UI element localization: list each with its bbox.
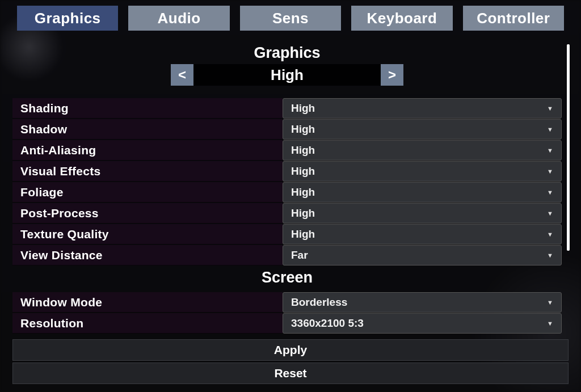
select-anti-aliasing[interactable]: High ▼: [283, 140, 562, 161]
row-shadow: Shadow High ▼: [12, 119, 562, 140]
row-shading: Shading High ▼: [12, 98, 562, 119]
reset-button[interactable]: Reset: [12, 363, 569, 384]
chevron-down-icon: ▼: [547, 252, 553, 259]
chevron-down-icon: ▼: [547, 320, 553, 327]
select-resolution[interactable]: 3360x2100 5:3 ▼: [283, 313, 562, 334]
preset-value: High: [193, 64, 381, 86]
label-visual-effects: Visual Effects: [12, 161, 283, 182]
select-shading-value: High: [291, 102, 315, 115]
select-post-process-value: High: [291, 207, 315, 220]
label-foliage: Foliage: [12, 182, 283, 203]
label-anti-aliasing: Anti-Aliasing: [12, 140, 283, 161]
select-texture-quality[interactable]: High ▼: [283, 224, 562, 245]
settings-tabs: Graphics Audio Sens Keyboard Controller: [0, 0, 581, 31]
graphics-preset-stepper: < High >: [12, 64, 562, 86]
tab-audio[interactable]: Audio: [128, 6, 229, 31]
chevron-down-icon: ▼: [547, 126, 553, 133]
select-texture-quality-value: High: [291, 228, 315, 241]
row-view-distance: View Distance Far ▼: [12, 245, 562, 265]
graphics-rows: Shading High ▼ Shadow High ▼ Anti-Aliasi…: [12, 98, 562, 265]
chevron-down-icon: ▼: [547, 168, 553, 175]
row-texture-quality: Texture Quality High ▼: [12, 224, 562, 245]
select-visual-effects[interactable]: High ▼: [283, 161, 562, 182]
label-post-process: Post-Process: [12, 203, 283, 224]
tab-keyboard[interactable]: Keyboard: [351, 6, 452, 31]
label-resolution: Resolution: [12, 313, 283, 334]
footer-buttons: Apply Reset: [12, 339, 569, 384]
select-shadow[interactable]: High ▼: [283, 119, 562, 140]
label-window-mode: Window Mode: [12, 292, 283, 313]
tab-controller[interactable]: Controller: [463, 6, 564, 31]
select-resolution-value: 3360x2100 5:3: [291, 317, 364, 330]
label-shadow: Shadow: [12, 119, 283, 140]
section-title-graphics: Graphics: [12, 44, 562, 62]
screen-rows: Window Mode Borderless ▼ Resolution 3360…: [12, 292, 562, 334]
section-title-screen: Screen: [12, 269, 562, 286]
select-visual-effects-value: High: [291, 165, 315, 178]
preset-next-button[interactable]: >: [381, 64, 403, 86]
row-visual-effects: Visual Effects High ▼: [12, 161, 562, 182]
select-anti-aliasing-value: High: [291, 144, 315, 157]
select-shadow-value: High: [291, 123, 315, 136]
preset-prev-button[interactable]: <: [171, 64, 193, 86]
label-shading: Shading: [12, 98, 283, 119]
select-window-mode-value: Borderless: [291, 296, 347, 309]
select-post-process[interactable]: High ▼: [283, 203, 562, 224]
chevron-down-icon: ▼: [547, 105, 553, 112]
row-post-process: Post-Process High ▼: [12, 203, 562, 224]
apply-button[interactable]: Apply: [12, 339, 569, 361]
chevron-down-icon: ▼: [547, 231, 553, 238]
label-view-distance: View Distance: [12, 245, 283, 265]
chevron-down-icon: ▼: [547, 299, 553, 306]
row-resolution: Resolution 3360x2100 5:3 ▼: [12, 313, 562, 334]
select-window-mode[interactable]: Borderless ▼: [283, 292, 562, 313]
chevron-down-icon: ▼: [547, 147, 553, 154]
select-shading[interactable]: High ▼: [283, 98, 562, 119]
row-window-mode: Window Mode Borderless ▼: [12, 292, 562, 313]
chevron-down-icon: ▼: [547, 189, 553, 196]
label-texture-quality: Texture Quality: [12, 224, 283, 245]
select-foliage[interactable]: High ▼: [283, 182, 562, 203]
scrollbar[interactable]: [567, 44, 570, 251]
settings-panel: Graphics < High > Shading High ▼ Shadow: [12, 44, 569, 334]
select-view-distance[interactable]: Far ▼: [283, 245, 562, 265]
select-view-distance-value: Far: [291, 249, 308, 262]
chevron-down-icon: ▼: [547, 210, 553, 217]
tab-graphics[interactable]: Graphics: [17, 6, 118, 31]
row-anti-aliasing: Anti-Aliasing High ▼: [12, 140, 562, 161]
tab-sens[interactable]: Sens: [240, 6, 341, 31]
row-foliage: Foliage High ▼: [12, 182, 562, 203]
select-foliage-value: High: [291, 186, 315, 199]
